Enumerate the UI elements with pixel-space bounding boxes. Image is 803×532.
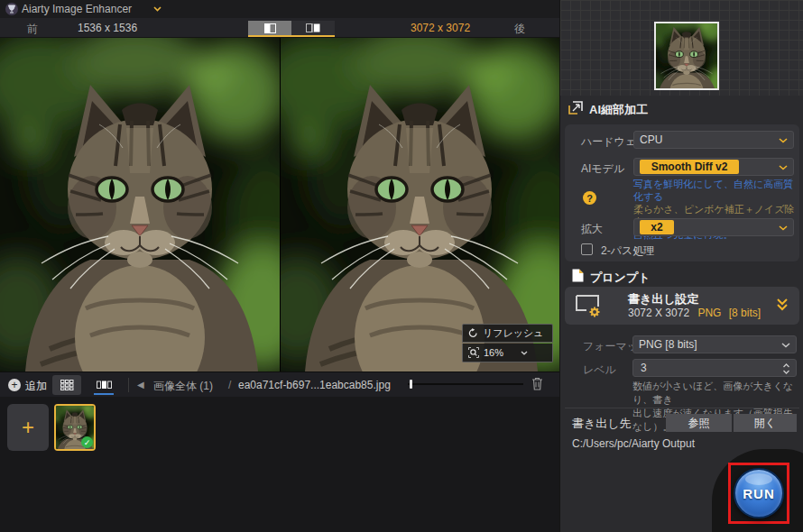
level-label: レベル	[583, 362, 616, 378]
model-label: AIモデル	[581, 161, 624, 177]
scale-chevron-down-icon	[779, 225, 788, 231]
view-toggle-group	[248, 21, 335, 35]
add-button[interactable]: 追加	[25, 379, 47, 394]
run-button[interactable]: RUN	[734, 468, 784, 518]
before-image-pane[interactable]	[0, 38, 280, 371]
scale-value-pill: x2	[640, 220, 674, 234]
trash-icon[interactable]	[531, 377, 543, 390]
split-view-icon	[264, 23, 276, 33]
before-label: 前	[27, 22, 38, 37]
refresh-button[interactable]: リフレッシュ	[462, 324, 553, 343]
navigator-thumbnail[interactable]	[654, 22, 719, 90]
back-arrow-icon[interactable]: ◀	[137, 380, 144, 390]
run-button-highlight-frame: RUN	[728, 463, 789, 524]
model-desc-line1: 写真を鮮明化にして、自然に高画質化する	[633, 178, 796, 203]
split-view-button[interactable]	[248, 21, 291, 35]
hardware-value: CPU	[640, 133, 662, 146]
viewer-topbar: 前 1536 x 1536 3072 x 3072 後	[0, 18, 559, 38]
ai-enhance-icon	[568, 101, 583, 115]
hardware-dropdown[interactable]: CPU	[633, 131, 794, 149]
pane-divider	[280, 38, 281, 371]
strip-view-icon	[97, 381, 112, 390]
format-value: PNG [8 bits]	[639, 338, 697, 351]
image-thumbnail-selected[interactable]: ✓	[54, 404, 96, 451]
run-button-label: RUN	[743, 486, 775, 501]
panel-divider	[565, 408, 799, 408]
app-title: Aiarty Image Enhancer	[22, 3, 132, 15]
before-size: 1536 x 1536	[78, 22, 137, 34]
export-bits-badge: [8 bits]	[729, 307, 761, 319]
navigator-grid	[560, 0, 803, 96]
level-stepper-icons[interactable]	[782, 362, 790, 375]
model-dropdown[interactable]: Smooth Diff v2	[633, 158, 794, 176]
thumbnail-strip: + ✓	[0, 397, 559, 532]
grid-view-button[interactable]	[52, 375, 81, 395]
expand-double-chevron-icon[interactable]	[776, 298, 789, 312]
zoom-magnifier-icon	[468, 347, 479, 358]
image-group-label: 画像全体 (1)	[153, 379, 213, 394]
side-by-side-icon	[306, 23, 320, 32]
level-desc-line1: 数値が小さいほど、画像が大きくなり、書き	[632, 380, 800, 407]
destination-path: C:/Users/pc/Aiarty Output	[572, 437, 695, 450]
refresh-label: リフレッシュ	[483, 326, 544, 340]
app-logo-icon	[5, 3, 18, 15]
path-separator: /	[228, 379, 231, 391]
prompt-section-title: プロンプト	[590, 270, 651, 286]
toolbar-separator	[128, 378, 129, 392]
slider-handle[interactable]	[410, 380, 412, 389]
title-chevron-down-icon[interactable]	[153, 6, 162, 12]
after-label: 後	[514, 22, 525, 37]
export-size: 3072 X 3072	[628, 307, 689, 319]
format-dropdown[interactable]: PNG [8 bits]	[632, 335, 797, 353]
destination-label: 書き出し先	[572, 416, 632, 432]
selected-check-icon: ✓	[81, 436, 93, 448]
settings-panel: AI細部加工 ハードウェア CPU AIモデル Smooth Diff v2 ?…	[559, 0, 803, 532]
strip-view-button[interactable]	[88, 375, 119, 395]
grid-view-icon	[60, 380, 74, 390]
export-format-badge: PNG	[697, 307, 721, 319]
after-image-pane[interactable]	[280, 38, 559, 371]
current-filename: ea0a71cf-b697...1eabcab85.jpg	[238, 379, 391, 391]
zoom-control[interactable]: 16%	[462, 344, 553, 362]
toggle-underline	[248, 35, 335, 37]
model-help-icon[interactable]: ?	[583, 191, 596, 205]
open-button[interactable]: 開く	[734, 414, 797, 432]
scale-dropdown[interactable]: x2	[633, 218, 794, 236]
scale-label: 拡大	[581, 222, 603, 237]
side-by-side-view-button[interactable]	[291, 21, 335, 35]
two-pass-checkbox[interactable]	[581, 243, 593, 255]
thumbnail-size-slider[interactable]	[408, 383, 523, 385]
export-settings-icon	[576, 295, 603, 317]
after-cat-image	[280, 38, 559, 371]
ai-settings-group: ハードウェア CPU AIモデル Smooth Diff v2 ? 写真を鮮明化…	[565, 124, 799, 261]
ai-section-title: AI細部加工	[589, 102, 648, 118]
model-chevron-down-icon	[779, 165, 788, 170]
model-value-pill: Smooth Diff v2	[640, 160, 739, 174]
export-dimensions: 3072 X 3072 PNG [8 bits]	[628, 307, 761, 319]
browse-button[interactable]: 参照	[666, 414, 732, 432]
zoom-chevron-down-icon[interactable]	[521, 351, 528, 355]
before-cat-image	[0, 38, 280, 371]
refresh-icon	[468, 328, 478, 338]
level-value: 3	[641, 362, 647, 374]
navigator-cat-image	[656, 23, 717, 88]
after-size: 3072 x 3072	[411, 22, 470, 34]
strip-view-underline	[94, 393, 114, 395]
format-chevron-down-icon	[781, 343, 790, 348]
add-icon[interactable]: +	[8, 379, 21, 391]
level-spinner[interactable]: 3	[632, 359, 797, 377]
two-pass-label: 2-パス処理	[601, 243, 654, 259]
add-image-tile[interactable]: +	[7, 404, 49, 451]
export-settings-header[interactable]: 書き出し設定 3072 X 3072 PNG [8 bits]	[565, 287, 799, 325]
export-settings-title: 書き出し設定	[628, 291, 699, 307]
hardware-chevron-down-icon	[779, 138, 788, 143]
prompt-icon	[572, 269, 584, 282]
app-window: Aiarty Image Enhancer 更新あり – × 前 1536 x …	[0, 0, 803, 532]
zoom-value: 16%	[484, 347, 503, 358]
